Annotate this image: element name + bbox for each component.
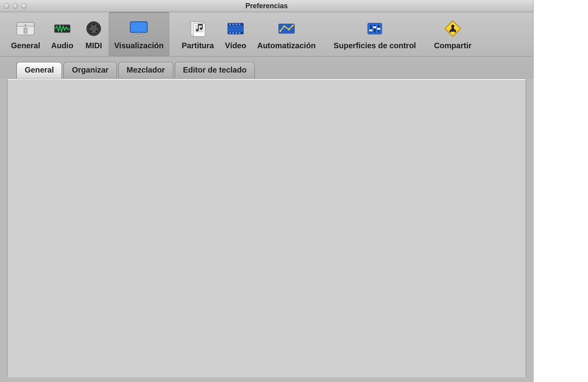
titlebar: Preferencias <box>0 0 533 12</box>
share-icon <box>443 18 462 39</box>
window-title: Preferencias <box>0 2 533 10</box>
svg-rect-37 <box>236 32 237 34</box>
close-window-button[interactable] <box>4 3 9 9</box>
toolbar-item-share[interactable]: Compartir <box>428 12 477 56</box>
toolbar-item-label: Automatización <box>257 41 316 50</box>
svg-rect-48 <box>369 29 372 31</box>
tab-label: General <box>25 65 54 74</box>
toolbar-item-general[interactable]: General <box>5 12 45 56</box>
svg-rect-2 <box>24 28 27 33</box>
traffic-lights <box>4 3 27 9</box>
svg-point-52 <box>451 25 454 28</box>
display-icon <box>129 18 149 39</box>
zoom-window-button[interactable] <box>21 3 27 9</box>
tab-label: Editor de teclado <box>183 65 247 74</box>
svg-rect-36 <box>232 32 234 34</box>
toolbar-item-label: Partitura <box>182 41 214 50</box>
toolbar-item-audio[interactable]: Audio <box>45 12 79 56</box>
svg-rect-35 <box>229 32 231 34</box>
general-icon <box>16 18 35 39</box>
preferences-toolbar: General Audio <box>0 12 533 56</box>
audio-icon <box>53 18 72 39</box>
svg-rect-15 <box>134 35 143 36</box>
toolbar-item-label: Visualización <box>114 41 163 50</box>
toolbar-item-label: Superficies de control <box>334 41 416 50</box>
toolbar-item-display[interactable]: Visualización <box>109 12 169 56</box>
svg-rect-42 <box>288 29 290 30</box>
toolbar-item-label: Audio <box>51 41 73 50</box>
svg-rect-40 <box>279 30 281 32</box>
display-subtabs: General Organizar Mezclador Editor de te… <box>0 56 533 78</box>
svg-point-11 <box>96 30 97 32</box>
svg-rect-46 <box>374 25 376 33</box>
svg-rect-38 <box>239 32 240 34</box>
svg-rect-24 <box>198 25 199 30</box>
minimize-window-button[interactable] <box>13 3 18 9</box>
tab-content-panel <box>7 78 526 377</box>
tab-general[interactable]: General <box>16 62 62 78</box>
svg-point-9 <box>96 26 98 27</box>
svg-rect-32 <box>232 24 234 25</box>
toolbar-item-video[interactable]: Vídeo <box>220 12 252 56</box>
tab-label: Mezclador <box>127 65 165 74</box>
svg-rect-43 <box>292 25 294 26</box>
tab-mixer[interactable]: Mezclador <box>118 62 173 78</box>
svg-point-10 <box>90 30 92 32</box>
tab-pianoroll[interactable]: Editor de teclado <box>175 62 255 78</box>
svg-rect-49 <box>373 26 376 28</box>
svg-point-8 <box>89 26 91 27</box>
toolbar-item-label: Compartir <box>434 41 472 50</box>
svg-rect-31 <box>229 24 231 25</box>
score-icon <box>189 18 207 39</box>
svg-rect-27 <box>198 24 203 25</box>
svg-rect-53 <box>451 28 454 32</box>
automation-icon <box>277 18 296 39</box>
toolbar-item-label: MIDI <box>85 41 102 50</box>
toolbar-item-automation[interactable]: Automatización <box>252 12 321 56</box>
svg-rect-41 <box>283 25 285 27</box>
svg-rect-13 <box>131 22 147 32</box>
toolbar-item-label: Vídeo <box>225 41 246 50</box>
midi-icon <box>84 18 103 39</box>
toolbar-item-score[interactable]: Partitura <box>176 12 220 56</box>
control-surfaces-icon <box>365 18 384 39</box>
toolbar-item-control-surfaces[interactable]: Superficies de control <box>328 12 421 56</box>
tab-arrange[interactable]: Organizar <box>64 62 116 78</box>
video-icon <box>226 18 245 39</box>
toolbar-item-label: General <box>11 41 40 50</box>
preferences-window: Preferencias General <box>0 0 534 382</box>
svg-rect-33 <box>236 24 237 25</box>
svg-rect-50 <box>377 28 380 30</box>
toolbar-item-midi[interactable]: MIDI <box>79 12 109 56</box>
tab-label: Organizar <box>72 65 108 74</box>
svg-rect-14 <box>137 33 140 35</box>
svg-rect-34 <box>239 24 240 25</box>
svg-point-3 <box>25 24 26 26</box>
svg-point-7 <box>93 24 94 25</box>
